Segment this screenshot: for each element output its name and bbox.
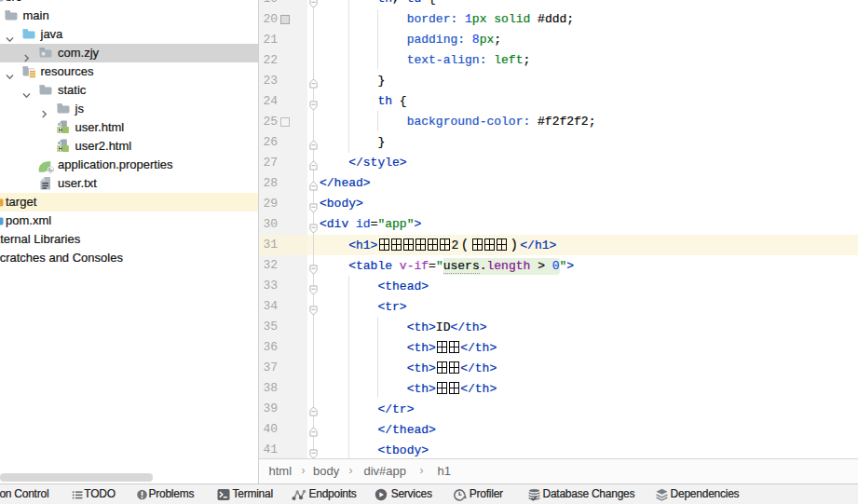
svg-text:H: H bbox=[58, 145, 62, 152]
svg-text:H: H bbox=[58, 127, 62, 133]
